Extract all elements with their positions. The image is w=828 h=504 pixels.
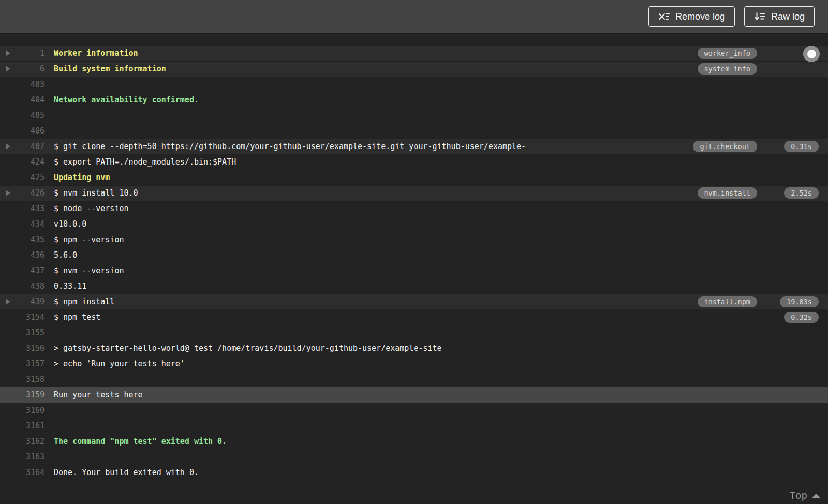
duration-badge: 19.83s: [780, 296, 819, 307]
log-row: 3157> echo 'Run your tests here': [0, 356, 828, 372]
log-row: 3161: [0, 418, 828, 434]
log-row: 3158: [0, 372, 828, 387]
line-number[interactable]: 424: [20, 157, 45, 167]
log-row: 3156> gatsby-starter-hello-world@ test /…: [0, 340, 828, 356]
log-line-text: $ export PATH=./node_modules/.bin:$PATH: [54, 157, 828, 167]
scroll-to-top-label: Top: [790, 490, 807, 501]
line-number[interactable]: 425: [20, 173, 45, 182]
raw-log-button[interactable]: Raw log: [744, 6, 815, 27]
fold-name-badge: system_info: [698, 63, 757, 75]
duration-badge: 0.31s: [784, 141, 819, 152]
line-number[interactable]: 3163: [20, 452, 45, 462]
log-line-text: $ npm --version: [54, 235, 828, 244]
log-line-text: Network availability confirmed.: [54, 95, 828, 105]
log-line-text: > echo 'Run your tests here': [54, 359, 828, 368]
line-number[interactable]: 438: [20, 281, 45, 291]
log-line-text: Done. Your build exited with 0.: [54, 468, 828, 477]
log-row: 434v10.0.0: [0, 216, 828, 232]
log-row: 433$ node --version: [0, 201, 828, 216]
line-number[interactable]: 3157: [20, 359, 45, 368]
line-number[interactable]: 3155: [20, 328, 45, 337]
log-line-text: Run your tests here: [54, 390, 828, 399]
fold-name-badge: worker_info: [698, 48, 757, 59]
line-number[interactable]: 434: [20, 219, 45, 229]
log-row: 437$ nvm --version: [0, 263, 828, 278]
line-number[interactable]: 403: [20, 80, 45, 89]
line-number[interactable]: 1: [20, 49, 45, 58]
log-position-dot: [807, 50, 816, 58]
line-number[interactable]: 3154: [20, 313, 45, 322]
line-number[interactable]: 3158: [20, 375, 45, 384]
line-number[interactable]: 404: [20, 95, 45, 105]
log-line-text: > gatsby-starter-hello-world@ test /home…: [54, 344, 828, 353]
raw-log-icon: [754, 11, 766, 22]
duration-badge: 2.52s: [784, 187, 819, 199]
remove-log-label: Remove log: [675, 11, 725, 22]
log-row: 4365.6.0: [0, 247, 828, 263]
fold-toggle[interactable]: [0, 190, 20, 196]
duration-badge: 0.32s: [784, 312, 819, 323]
line-number[interactable]: 435: [20, 235, 45, 244]
log-row: 426$ nvm install 10.0nvm.install2.52s: [0, 185, 828, 201]
fold-toggle[interactable]: [0, 66, 20, 72]
log-row: 3159Run your tests here: [0, 387, 828, 403]
log-row: 1Worker informationworker_info: [0, 46, 828, 61]
line-number[interactable]: 433: [20, 204, 45, 213]
line-number[interactable]: 3164: [20, 468, 45, 477]
fold-name-badge: nvm.install: [698, 187, 757, 199]
log-row: 3154$ npm test0.32s: [0, 309, 828, 325]
log-position-indicator[interactable]: [803, 46, 820, 62]
fold-arrow-icon: [6, 190, 10, 196]
log-line-text: 5.6.0: [54, 250, 828, 260]
raw-log-label: Raw log: [771, 11, 805, 22]
log-row: 407$ git clone --depth=50 https://github…: [0, 139, 828, 154]
log-row: 439$ npm installinstall.npm19.83s: [0, 294, 828, 309]
scroll-to-top-link[interactable]: Top: [790, 490, 821, 501]
line-number[interactable]: 3156: [20, 344, 45, 353]
log-row: 405: [0, 108, 828, 123]
chevron-up-icon: [811, 494, 821, 498]
line-number[interactable]: 3161: [20, 421, 45, 431]
fold-name-badge: git.checkout: [693, 141, 757, 152]
fold-toggle[interactable]: [0, 50, 20, 56]
log-row: 3162The command "npm test" exited with 0…: [0, 434, 828, 449]
line-number[interactable]: 407: [20, 142, 45, 151]
fold-arrow-icon: [6, 66, 10, 72]
log-row: 6Build system informationsystem_info: [0, 61, 828, 77]
line-number[interactable]: 439: [20, 297, 45, 306]
line-number[interactable]: 3160: [20, 406, 45, 415]
fold-name-badge: install.npm: [698, 296, 757, 307]
log-rows: 1Worker informationworker_info6Build sys…: [0, 46, 828, 480]
log-row: 406: [0, 123, 828, 139]
remove-log-button[interactable]: Remove log: [648, 6, 735, 27]
log-line-text: $ npm test: [54, 313, 828, 322]
log-row: 3155: [0, 325, 828, 340]
log-line-text: 0.33.11: [54, 281, 828, 291]
line-number[interactable]: 436: [20, 250, 45, 260]
build-log: 1Worker informationworker_info6Build sys…: [0, 34, 828, 504]
line-number[interactable]: 426: [20, 188, 45, 198]
fold-toggle[interactable]: [0, 143, 20, 150]
log-line-text: $ node --version: [54, 204, 828, 213]
log-row: 435$ npm --version: [0, 232, 828, 247]
log-line-text: Updating nvm: [54, 173, 828, 182]
line-number[interactable]: 406: [20, 126, 45, 136]
log-row: 3163: [0, 449, 828, 465]
fold-arrow-icon: [6, 50, 10, 56]
remove-log-icon: [658, 11, 670, 22]
log-row: 403: [0, 77, 828, 92]
log-line-text: v10.0.0: [54, 219, 828, 229]
log-line-text: The command "npm test" exited with 0.: [54, 437, 828, 446]
fold-arrow-icon: [6, 299, 10, 305]
line-number[interactable]: 3162: [20, 437, 45, 446]
log-row: 4380.33.11: [0, 278, 828, 294]
line-number[interactable]: 3159: [20, 390, 45, 399]
line-number[interactable]: 405: [20, 111, 45, 120]
log-row: 3164Done. Your build exited with 0.: [0, 465, 828, 480]
log-row: 424$ export PATH=./node_modules/.bin:$PA…: [0, 154, 828, 170]
log-row: 3160: [0, 403, 828, 418]
line-number[interactable]: 437: [20, 266, 45, 275]
fold-toggle[interactable]: [0, 299, 20, 305]
log-row: 404Network availability confirmed.: [0, 92, 828, 108]
line-number[interactable]: 6: [20, 64, 45, 73]
